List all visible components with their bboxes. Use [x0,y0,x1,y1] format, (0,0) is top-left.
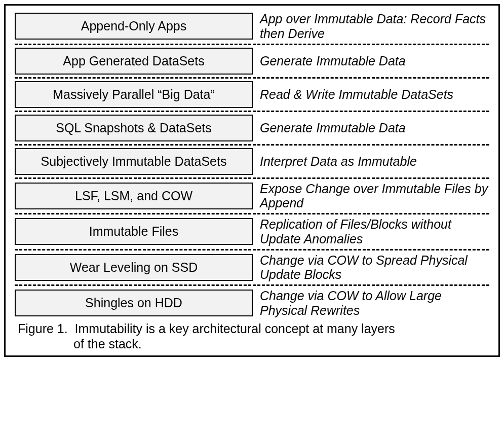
layer-row: Immutable Files Replication of Files/Blo… [15,217,489,246]
caption-label: Figure 1. [18,321,68,336]
layer-row: Shingles on HDD Change via COW to Allow … [15,289,489,318]
divider [15,77,489,79]
divider [15,213,489,214]
layer-desc: Generate Immutable Data [260,121,489,135]
layer-box-shingles-hdd: Shingles on HDD [15,290,253,316]
layer-desc: Change via COW to Spread Physical Update… [260,253,489,282]
layer-box-append-only-apps: Append-Only Apps [15,13,253,40]
layer-desc: Change via COW to Allow Large Physical R… [260,289,489,318]
layer-box-subjectively-immutable: Subjectively Immutable DataSets [15,148,253,175]
layer-desc: Expose Change over Immutable Files by Ap… [260,182,489,211]
layer-box-big-data: Massively Parallel “Big Data” [15,81,253,108]
layer-row: LSF, LSM, and COW Expose Change over Imm… [15,182,489,211]
figure-caption: Figure 1. Immutability is a key architec… [15,321,489,351]
divider [15,144,489,146]
layer-box-lsf-lsm-cow: LSF, LSM, and COW [15,183,253,209]
layer-desc: Interpret Data as Immutable [260,154,489,169]
layer-row: SQL Snapshots & DataSets Generate Immuta… [15,115,489,141]
layer-box-app-generated-datasets: App Generated DataSets [15,48,253,75]
layer-row: Subjectively Immutable DataSets Interpre… [15,148,489,175]
layer-desc: Replication of Files/Blocks without Upda… [260,217,489,246]
layer-box-immutable-files: Immutable Files [15,218,253,245]
layer-row: Append-Only Apps App over Immutable Data… [15,12,489,41]
layer-row: Massively Parallel “Big Data” Read & Wri… [15,81,489,108]
layer-desc: Generate Immutable Data [260,54,489,68]
divider [15,284,489,286]
caption-text-line2: of the stack. [18,336,489,351]
caption-text-line1: Immutability is a key architectural conc… [75,321,395,336]
layer-desc: Read & Write Immutable DataSets [260,87,489,102]
layer-row: App Generated DataSets Generate Immutabl… [15,48,489,75]
figure-container: Append-Only Apps App over Immutable Data… [4,4,500,357]
layer-row: Wear Leveling on SSD Change via COW to S… [15,253,489,282]
divider [15,111,489,112]
layer-box-sql-snapshots: SQL Snapshots & DataSets [15,115,253,141]
layer-desc: App over Immutable Data: Record Facts th… [260,12,489,41]
divider [15,44,489,45]
divider [15,249,489,250]
divider [15,177,489,179]
layer-box-wear-leveling-ssd: Wear Leveling on SSD [15,254,253,281]
